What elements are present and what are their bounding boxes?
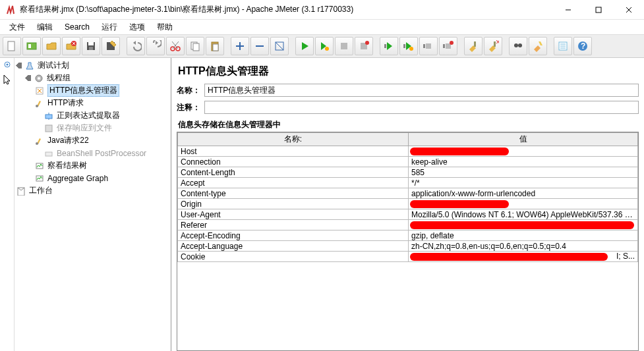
comment-label: 注释： (177, 102, 200, 113)
header-value-cell[interactable] (409, 146, 638, 157)
tree-node-http-request[interactable]: HTTP请求 (16, 97, 171, 109)
close-button[interactable] (614, 0, 644, 20)
tree-pane: 测试计划 线程组 HTTP信息头管理器 HTTP请求 正则表达式提取器 (0, 58, 171, 351)
minimize-button[interactable] (553, 0, 583, 20)
tree-node-regex-extractor[interactable]: 正则表达式提取器 (16, 109, 171, 122)
table-row[interactable]: Origin (178, 199, 638, 209)
svg-rect-33 (403, 44, 405, 48)
header-name-cell[interactable]: Accept (178, 178, 409, 188)
save-icon (44, 123, 54, 134)
header-name-cell[interactable]: User-Agent (178, 209, 409, 220)
tree-node-beanshell[interactable]: BeanShell PostProcessor (16, 147, 171, 159)
table-row[interactable]: Cookie (178, 252, 638, 262)
paste-button[interactable] (206, 37, 224, 55)
tree-node-testplan[interactable]: 测试计划 (16, 59, 171, 72)
templates-button[interactable] (22, 37, 41, 55)
header-name-cell[interactable]: Host (178, 146, 409, 157)
reset-search-button[interactable] (529, 37, 547, 55)
svg-rect-34 (426, 43, 431, 49)
help-button[interactable]: ? (573, 37, 592, 55)
col-value[interactable]: 值 (409, 133, 638, 146)
tree-node-header-manager[interactable]: HTTP信息头管理器 (16, 84, 171, 97)
tree-node-threadgroup[interactable]: 线程组 (16, 72, 171, 84)
tree-node-save-response[interactable]: 保存响应到文件 (16, 122, 171, 134)
table-row[interactable]: Content-Length585 (178, 167, 638, 178)
table-row[interactable]: Host (178, 146, 638, 157)
header-name-cell[interactable]: Origin (178, 199, 409, 209)
tree[interactable]: 测试计划 线程组 HTTP信息头管理器 HTTP请求 正则表达式提取器 (15, 58, 171, 351)
header-name-cell[interactable]: Referer (178, 220, 409, 230)
remote-start-button[interactable] (380, 37, 398, 55)
header-value-cell[interactable] (409, 220, 638, 230)
save-button[interactable] (82, 37, 100, 55)
cut-button[interactable] (166, 37, 185, 55)
clear-all-button[interactable]: × (484, 37, 502, 55)
svg-rect-39 (474, 41, 476, 47)
function-helper-button[interactable] (554, 37, 572, 55)
stop-button[interactable] (335, 37, 353, 55)
header-name-cell[interactable]: Accept-Language (178, 241, 409, 252)
header-name-cell[interactable]: Cookie (178, 252, 409, 262)
close-file-button[interactable] (62, 37, 80, 55)
name-label: 名称： (177, 85, 200, 96)
svg-point-30 (365, 41, 369, 45)
copy-button[interactable] (186, 37, 204, 55)
header-value-cell[interactable]: zh-CN,zh;q=0.8,en-us;q=0.6,en;q=0.5;q=0.… (409, 241, 638, 252)
header-name-cell[interactable]: Connection (178, 157, 409, 167)
new-button[interactable] (3, 37, 21, 55)
tree-node-workbench[interactable]: 工作台 (16, 184, 171, 197)
expand-button[interactable] (231, 37, 249, 55)
header-value-cell[interactable]: Mozilla/5.0 (Windows NT 6.1; WOW64) Appl… (409, 209, 638, 220)
header-name-cell[interactable]: Content-Length (178, 167, 409, 178)
header-name-cell[interactable]: Accept-Encoding (178, 230, 409, 241)
col-name[interactable]: 名称: (178, 133, 409, 146)
tree-node-results-tree[interactable]: 察看结果树 (16, 159, 171, 172)
menu-file[interactable]: 文件 (4, 20, 30, 34)
tree-node-java-request[interactable]: Java请求22 (16, 134, 171, 147)
undo-button[interactable] (127, 37, 145, 55)
toggle-button[interactable] (270, 37, 289, 55)
menu-help[interactable]: 帮助 (152, 20, 178, 34)
shutdown-button[interactable] (355, 37, 373, 55)
menu-search[interactable]: Search (59, 21, 95, 33)
table-row[interactable]: Connectionkeep-alive (178, 157, 638, 167)
redo-button[interactable] (146, 37, 165, 55)
svg-point-54 (38, 77, 40, 80)
header-value-cell[interactable]: */* (409, 178, 638, 188)
menu-run[interactable]: 运行 (96, 20, 123, 34)
search-button[interactable] (509, 37, 527, 55)
open-button[interactable] (42, 37, 61, 55)
header-value-cell[interactable] (409, 252, 638, 262)
table-row[interactable]: User-AgentMozilla/5.0 (Windows NT 6.1; W… (178, 209, 638, 220)
collapse-button[interactable] (250, 37, 269, 55)
header-value-cell[interactable]: 585 (409, 167, 638, 178)
start-no-pause-button[interactable] (315, 37, 334, 55)
header-value-cell[interactable] (409, 199, 638, 209)
table-row[interactable]: Accept*/* (178, 178, 638, 188)
remote-start-all-button[interactable] (399, 37, 418, 55)
tree-node-aggregate-graph[interactable]: Aggregate Graph (16, 172, 171, 184)
svg-rect-1 (596, 7, 601, 13)
header-name-cell[interactable]: Content-type (178, 188, 409, 199)
header-value-cell[interactable]: gzip, deflate (409, 230, 638, 241)
menu-edit[interactable]: 编辑 (32, 20, 58, 34)
name-input[interactable] (204, 84, 639, 97)
remote-shutdown-button[interactable] (439, 37, 457, 55)
table-row[interactable]: Content-typeapplication/x-www-form-urlen… (178, 188, 638, 199)
save-as-button[interactable] (102, 37, 120, 55)
table-row[interactable]: Referer (178, 220, 638, 230)
table-row[interactable]: Accept-Encodinggzip, deflate (178, 230, 638, 241)
comment-input[interactable] (204, 101, 639, 114)
menu-options[interactable]: 选项 (124, 20, 150, 34)
svg-rect-58 (45, 125, 52, 132)
table-row[interactable]: Accept-Languagezh-CN,zh;q=0.8,en-us;q=0.… (178, 241, 638, 252)
listener-icon (34, 173, 45, 184)
start-button[interactable] (295, 37, 314, 55)
header-value-cell[interactable]: keep-alive (409, 157, 638, 167)
maximize-button[interactable] (583, 0, 614, 20)
clear-button[interactable] (464, 37, 483, 55)
remote-stop-button[interactable] (419, 37, 438, 55)
svg-line-26 (276, 42, 283, 50)
headers-table[interactable]: 名称: 值 HostConnectionkeep-aliveContent-Le… (177, 132, 638, 262)
header-value-cell[interactable]: application/x-www-form-urlencoded (409, 188, 638, 199)
